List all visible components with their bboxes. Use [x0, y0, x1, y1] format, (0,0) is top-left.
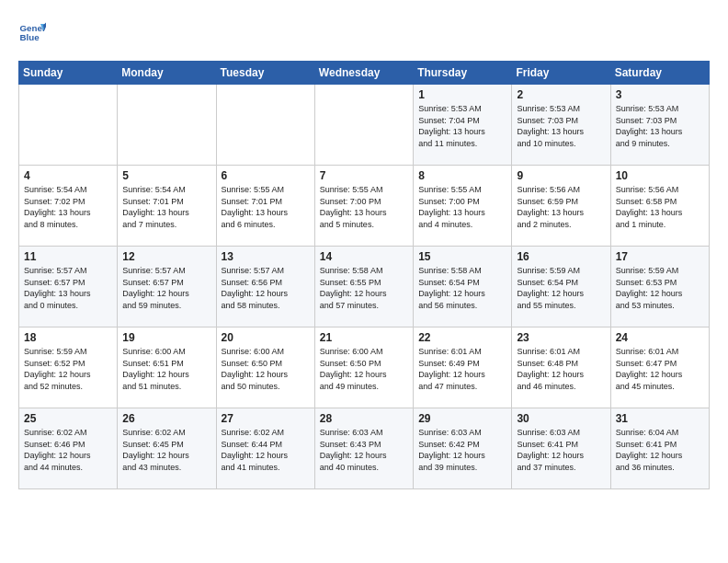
calendar-cell: 9Sunrise: 5:56 AM Sunset: 6:59 PM Daylig…	[512, 166, 610, 247]
logo-icon: General Blue	[18, 18, 46, 46]
calendar-cell: 14Sunrise: 5:58 AM Sunset: 6:55 PM Dayli…	[314, 247, 413, 327]
day-info: Sunrise: 6:01 AM Sunset: 6:49 PM Dayligh…	[418, 346, 506, 392]
day-number: 14	[320, 250, 408, 263]
calendar-cell: 20Sunrise: 6:00 AM Sunset: 6:50 PM Dayli…	[216, 327, 314, 408]
calendar-cell: 17Sunrise: 5:59 AM Sunset: 6:53 PM Dayli…	[610, 247, 709, 327]
day-number: 29	[418, 412, 506, 425]
calendar-cell: 4Sunrise: 5:54 AM Sunset: 7:02 PM Daylig…	[19, 166, 118, 247]
day-number: 8	[418, 169, 506, 182]
day-info: Sunrise: 6:01 AM Sunset: 6:47 PM Dayligh…	[616, 346, 704, 392]
day-info: Sunrise: 5:55 AM Sunset: 7:00 PM Dayligh…	[418, 184, 506, 230]
day-info: Sunrise: 5:56 AM Sunset: 6:59 PM Dayligh…	[517, 184, 605, 230]
week-row-3: 18Sunrise: 5:59 AM Sunset: 6:52 PM Dayli…	[19, 327, 710, 408]
calendar-cell: 13Sunrise: 5:57 AM Sunset: 6:56 PM Dayli…	[216, 247, 314, 327]
day-number: 22	[418, 331, 506, 344]
calendar-header-row: SundayMondayTuesdayWednesdayThursdayFrid…	[19, 62, 710, 85]
day-info: Sunrise: 5:58 AM Sunset: 6:54 PM Dayligh…	[418, 265, 506, 311]
calendar-cell: 23Sunrise: 6:01 AM Sunset: 6:48 PM Dayli…	[512, 327, 610, 408]
header-sunday: Sunday	[19, 62, 118, 85]
day-info: Sunrise: 5:54 AM Sunset: 7:02 PM Dayligh…	[24, 184, 112, 230]
day-number: 6	[222, 169, 310, 182]
calendar-cell: 27Sunrise: 6:02 AM Sunset: 6:44 PM Dayli…	[216, 408, 314, 489]
day-number: 11	[24, 250, 112, 263]
week-row-2: 11Sunrise: 5:57 AM Sunset: 6:57 PM Dayli…	[19, 247, 710, 327]
day-number: 28	[320, 412, 408, 425]
day-info: Sunrise: 5:56 AM Sunset: 6:58 PM Dayligh…	[616, 184, 704, 230]
day-info: Sunrise: 6:03 AM Sunset: 6:41 PM Dayligh…	[517, 427, 605, 473]
day-info: Sunrise: 6:00 AM Sunset: 6:51 PM Dayligh…	[122, 346, 210, 392]
header-monday: Monday	[118, 62, 216, 85]
calendar-table: SundayMondayTuesdayWednesdayThursdayFrid…	[18, 61, 710, 489]
day-number: 4	[24, 169, 112, 182]
day-number: 2	[517, 88, 605, 101]
calendar-cell: 1Sunrise: 5:53 AM Sunset: 7:04 PM Daylig…	[414, 85, 512, 166]
calendar-cell	[19, 85, 118, 166]
day-info: Sunrise: 5:59 AM Sunset: 6:53 PM Dayligh…	[616, 265, 704, 311]
calendar-cell: 7Sunrise: 5:55 AM Sunset: 7:00 PM Daylig…	[314, 166, 413, 247]
calendar-cell: 25Sunrise: 6:02 AM Sunset: 6:46 PM Dayli…	[19, 408, 118, 489]
day-number: 3	[616, 88, 704, 101]
day-number: 16	[517, 250, 605, 263]
day-info: Sunrise: 5:53 AM Sunset: 7:03 PM Dayligh…	[616, 103, 704, 149]
day-number: 13	[222, 250, 310, 263]
day-info: Sunrise: 6:03 AM Sunset: 6:43 PM Dayligh…	[320, 427, 408, 473]
calendar-cell: 28Sunrise: 6:03 AM Sunset: 6:43 PM Dayli…	[314, 408, 413, 489]
header-wednesday: Wednesday	[314, 62, 413, 85]
header-saturday: Saturday	[610, 62, 709, 85]
calendar-cell: 12Sunrise: 5:57 AM Sunset: 6:57 PM Dayli…	[118, 247, 216, 327]
day-number: 25	[24, 412, 112, 425]
day-info: Sunrise: 6:02 AM Sunset: 6:46 PM Dayligh…	[24, 427, 112, 473]
calendar-cell: 2Sunrise: 5:53 AM Sunset: 7:03 PM Daylig…	[512, 85, 610, 166]
calendar-cell: 5Sunrise: 5:54 AM Sunset: 7:01 PM Daylig…	[118, 166, 216, 247]
day-number: 23	[517, 331, 605, 344]
day-number: 21	[320, 331, 408, 344]
calendar-cell: 3Sunrise: 5:53 AM Sunset: 7:03 PM Daylig…	[610, 85, 709, 166]
calendar-cell: 24Sunrise: 6:01 AM Sunset: 6:47 PM Dayli…	[610, 327, 709, 408]
calendar-cell	[314, 85, 413, 166]
day-number: 9	[517, 169, 605, 182]
calendar-cell: 21Sunrise: 6:00 AM Sunset: 6:50 PM Dayli…	[314, 327, 413, 408]
day-info: Sunrise: 5:59 AM Sunset: 6:54 PM Dayligh…	[517, 265, 605, 311]
day-info: Sunrise: 6:00 AM Sunset: 6:50 PM Dayligh…	[320, 346, 408, 392]
calendar-cell: 16Sunrise: 5:59 AM Sunset: 6:54 PM Dayli…	[512, 247, 610, 327]
svg-text:Blue: Blue	[20, 32, 40, 42]
day-info: Sunrise: 5:57 AM Sunset: 6:57 PM Dayligh…	[24, 265, 112, 311]
day-number: 15	[418, 250, 506, 263]
logo: General Blue	[18, 18, 50, 46]
day-info: Sunrise: 5:53 AM Sunset: 7:04 PM Dayligh…	[418, 103, 506, 149]
calendar-cell: 22Sunrise: 6:01 AM Sunset: 6:49 PM Dayli…	[414, 327, 512, 408]
day-number: 19	[122, 331, 210, 344]
day-number: 20	[222, 331, 310, 344]
day-info: Sunrise: 5:55 AM Sunset: 7:00 PM Dayligh…	[320, 184, 408, 230]
calendar-cell	[216, 85, 314, 166]
calendar-body: 1Sunrise: 5:53 AM Sunset: 7:04 PM Daylig…	[19, 85, 710, 489]
week-row-0: 1Sunrise: 5:53 AM Sunset: 7:04 PM Daylig…	[19, 85, 710, 166]
day-info: Sunrise: 5:59 AM Sunset: 6:52 PM Dayligh…	[24, 346, 112, 392]
week-row-4: 25Sunrise: 6:02 AM Sunset: 6:46 PM Dayli…	[19, 408, 710, 489]
calendar-cell: 8Sunrise: 5:55 AM Sunset: 7:00 PM Daylig…	[414, 166, 512, 247]
day-info: Sunrise: 6:04 AM Sunset: 6:41 PM Dayligh…	[616, 427, 704, 473]
day-info: Sunrise: 5:55 AM Sunset: 7:01 PM Dayligh…	[222, 184, 310, 230]
calendar-cell: 30Sunrise: 6:03 AM Sunset: 6:41 PM Dayli…	[512, 408, 610, 489]
day-number: 26	[122, 412, 210, 425]
day-info: Sunrise: 6:01 AM Sunset: 6:48 PM Dayligh…	[517, 346, 605, 392]
day-info: Sunrise: 5:58 AM Sunset: 6:55 PM Dayligh…	[320, 265, 408, 311]
day-number: 30	[517, 412, 605, 425]
header-friday: Friday	[512, 62, 610, 85]
day-info: Sunrise: 6:00 AM Sunset: 6:50 PM Dayligh…	[222, 346, 310, 392]
calendar-cell: 26Sunrise: 6:02 AM Sunset: 6:45 PM Dayli…	[118, 408, 216, 489]
day-info: Sunrise: 5:57 AM Sunset: 6:56 PM Dayligh…	[222, 265, 310, 311]
calendar-cell: 6Sunrise: 5:55 AM Sunset: 7:01 PM Daylig…	[216, 166, 314, 247]
day-number: 7	[320, 169, 408, 182]
day-info: Sunrise: 6:02 AM Sunset: 6:45 PM Dayligh…	[122, 427, 210, 473]
day-number: 5	[122, 169, 210, 182]
day-number: 27	[222, 412, 310, 425]
day-number: 1	[418, 88, 506, 101]
day-number: 24	[616, 331, 704, 344]
day-info: Sunrise: 5:54 AM Sunset: 7:01 PM Dayligh…	[122, 184, 210, 230]
day-number: 31	[616, 412, 704, 425]
calendar-cell	[118, 85, 216, 166]
day-number: 17	[616, 250, 704, 263]
calendar-cell: 15Sunrise: 5:58 AM Sunset: 6:54 PM Dayli…	[414, 247, 512, 327]
calendar-cell: 10Sunrise: 5:56 AM Sunset: 6:58 PM Dayli…	[610, 166, 709, 247]
